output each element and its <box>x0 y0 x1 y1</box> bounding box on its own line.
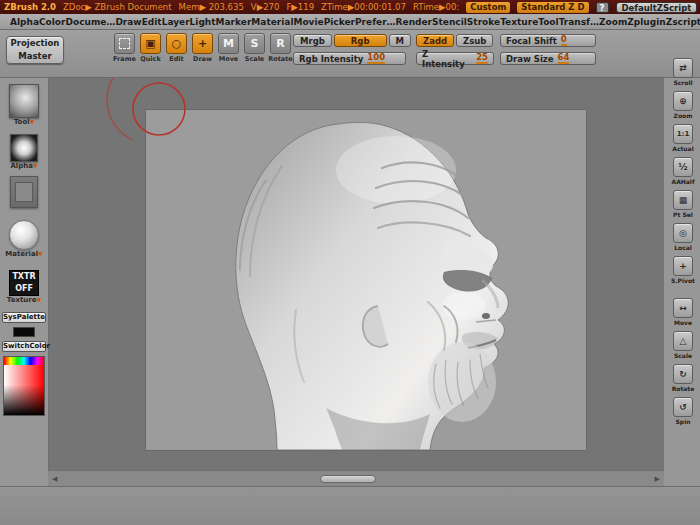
tool-frame[interactable]: Frame <box>112 33 137 63</box>
nav-label: Scroll <box>668 79 698 86</box>
rgb-intensity-slider[interactable]: Rgb Intensity 100 <box>293 52 406 65</box>
current-tool-thumbnail[interactable] <box>9 84 39 118</box>
right-tray: ⇄Scroll⊕Zoom1:1Actual½AAHalf▦Pt Sel◎Loca… <box>668 58 698 430</box>
main-color-swatch[interactable] <box>13 327 35 337</box>
zbrush-window: ZBrush 2.0 ZDoc▶ ZBrush DocumentMem▶ 203… <box>0 0 700 525</box>
title-stat: ZDoc▶ ZBrush Document <box>63 2 172 12</box>
tool-palette-button[interactable]: Tool▼ <box>0 118 48 126</box>
scroll-left-icon[interactable]: ◀ <box>48 475 61 483</box>
menu-item-docume[interactable]: Docume… <box>65 17 115 27</box>
sculpt-head <box>146 110 586 450</box>
chevron-down-icon: ▼ <box>33 162 38 169</box>
current-alpha-thumbnail[interactable] <box>10 134 38 162</box>
paint-mrgb-button[interactable]: Mrgb <box>293 34 332 47</box>
switchcolor-button[interactable]: SwitchColor <box>2 341 46 352</box>
depth-zsub-button[interactable]: Zsub <box>456 34 493 47</box>
title-stats: ZDoc▶ ZBrush DocumentMem▶ 203.635V▶270F▶… <box>63 2 459 12</box>
rgb-intensity-label: Rgb Intensity <box>299 54 363 64</box>
top-shelf: Projection Master Frame▣Quick○Edit+DrawM… <box>0 30 700 78</box>
menu-item-stroke[interactable]: Stroke <box>467 17 500 27</box>
nav-label: Local <box>668 244 698 251</box>
scrollbar-handle[interactable] <box>320 475 376 483</box>
hue-strip[interactable] <box>4 357 44 365</box>
paint-m-button[interactable]: M <box>389 34 411 47</box>
horizontal-scrollbar[interactable]: ◀ ▶ <box>48 470 664 486</box>
chevron-down-icon: ▼ <box>30 118 35 125</box>
nav-spin-button[interactable]: ↺Spin <box>668 397 698 425</box>
custom-button[interactable]: Custom <box>466 2 510 13</box>
current-material-thumbnail[interactable] <box>9 220 39 250</box>
menu-item-stencil[interactable]: Stencil <box>432 17 467 27</box>
menu-item-draw[interactable]: Draw <box>115 17 141 27</box>
zoom-icon: ⊕ <box>673 91 693 111</box>
z-intensity-slider[interactable]: Z Intensity 25 <box>416 52 494 65</box>
nav-actual-button[interactable]: 1:1Actual <box>668 124 698 152</box>
menu-item-edit[interactable]: Edit <box>142 17 162 27</box>
tool-edit[interactable]: ○Edit <box>164 33 189 63</box>
current-stroke-thumbnail[interactable] <box>10 176 38 208</box>
menu-item-zoom[interactable]: Zoom <box>599 17 627 27</box>
nav-scroll-button[interactable]: ⇄Scroll <box>668 58 698 86</box>
syspalette-button[interactable]: SysPalette <box>2 312 46 323</box>
alpha-palette-button[interactable]: Alpha▼ <box>0 162 48 170</box>
nav-move-button[interactable]: ↔Move <box>668 298 698 326</box>
menu-item-light[interactable]: Light <box>190 17 216 27</box>
texture-palette-button[interactable]: Texture▼ <box>0 296 48 304</box>
menu-item-material[interactable]: Material <box>251 17 293 27</box>
standard-material-button[interactable]: Standard Z D <box>517 2 588 13</box>
depth-zadd-button[interactable]: Zadd <box>416 34 454 47</box>
color-picker[interactable] <box>3 356 45 416</box>
menu-item-color[interactable]: Color <box>39 17 66 27</box>
tool-row: Frame▣Quick○Edit+DrawMMoveSScaleRRotate <box>112 33 293 63</box>
menu-item-render[interactable]: Render <box>396 17 432 27</box>
title-stat: Mem▶ 203.635 <box>179 2 244 12</box>
menu-item-texture[interactable]: Texture <box>500 17 538 27</box>
scroll-right-icon[interactable]: ▶ <box>651 475 664 483</box>
menu-item-tool[interactable]: Tool <box>538 17 558 27</box>
nav-label: Zoom <box>668 112 698 119</box>
tool-scale[interactable]: SScale <box>242 33 267 63</box>
nav-label: Spin <box>668 418 698 425</box>
menu-item-picker[interactable]: Picker <box>324 17 355 27</box>
material-palette-button[interactable]: Material▼ <box>0 250 48 258</box>
nav-label: Rotate <box>668 385 698 392</box>
menu-item-prefer[interactable]: Prefer… <box>355 17 396 27</box>
menu-item-movie[interactable]: Movie <box>293 17 323 27</box>
saturation-value-square[interactable] <box>4 365 44 415</box>
defaultzscript-button[interactable]: DefaultZScript <box>616 2 698 13</box>
help-question-button[interactable]: ? <box>596 2 609 13</box>
texture-off-button[interactable]: TXTR OFF <box>9 270 39 296</box>
nav-scale-button[interactable]: △Scale <box>668 331 698 359</box>
nav-aahalf-button[interactable]: ½AAHalf <box>668 157 698 185</box>
nav-label: Actual <box>668 145 698 152</box>
tool-rotate[interactable]: RRotate <box>268 33 293 63</box>
projection-master-button[interactable]: Projection Master <box>6 36 64 64</box>
tool-move[interactable]: MMove <box>216 33 241 63</box>
canvas-region[interactable] <box>146 110 586 450</box>
menu-item-marker[interactable]: Marker <box>216 17 252 27</box>
menu-item-transf[interactable]: Transf… <box>559 17 599 27</box>
left-tray: Tool▼ Alpha▼ Material▼ TXTR OFF Texture▼ <box>0 78 48 470</box>
document-area[interactable] <box>48 78 664 470</box>
tool-draw[interactable]: +Draw <box>190 33 215 63</box>
tool-label: Scale <box>242 55 267 63</box>
tool-quick[interactable]: ▣Quick <box>138 33 163 63</box>
nav-rotate-button[interactable]: ↻Rotate <box>668 364 698 392</box>
menu-item-layer[interactable]: Layer <box>162 17 190 27</box>
draw-size-value: 64 <box>558 53 570 64</box>
focal-shift-slider[interactable]: Focal Shift 0 <box>500 34 596 47</box>
nav-spivot-button[interactable]: +S.Pivot <box>668 256 698 284</box>
nav-ptsel-button[interactable]: ▦Pt Sel <box>668 190 698 218</box>
stroke-preview-icon <box>15 182 33 202</box>
draw-size-slider[interactable]: Draw Size 64 <box>500 52 596 65</box>
nav-local-button[interactable]: ◎Local <box>668 223 698 251</box>
menu-item-alpha[interactable]: Alpha <box>10 17 39 27</box>
nav-zoom-button[interactable]: ⊕Zoom <box>668 91 698 119</box>
paint-rgb-button[interactable]: Rgb <box>334 34 387 47</box>
menu-bar: AlphaColorDocume…DrawEditLayerLightMarke… <box>0 14 700 30</box>
app-title: ZBrush 2.0 <box>4 2 56 12</box>
focal-shift-value: 0 <box>561 35 567 46</box>
title-stat: F▶119 <box>286 2 314 12</box>
menu-item-zplugin[interactable]: Zplugin <box>627 17 665 27</box>
menu-item-zscript[interactable]: Zscript <box>666 17 700 27</box>
